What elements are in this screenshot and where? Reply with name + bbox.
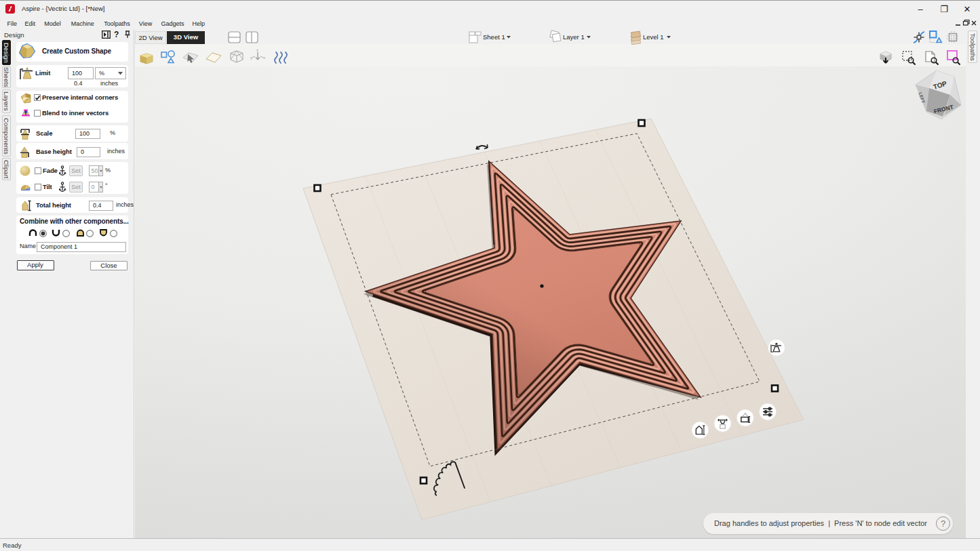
svg-text:x: x <box>263 56 265 60</box>
svg-text:Layer 1: Layer 1 <box>563 33 585 41</box>
svg-text:y: y <box>250 56 252 60</box>
svg-text:z: z <box>256 48 258 52</box>
svg-text:Level 1: Level 1 <box>643 33 664 41</box>
svg-text:Sheet 1: Sheet 1 <box>483 33 505 41</box>
